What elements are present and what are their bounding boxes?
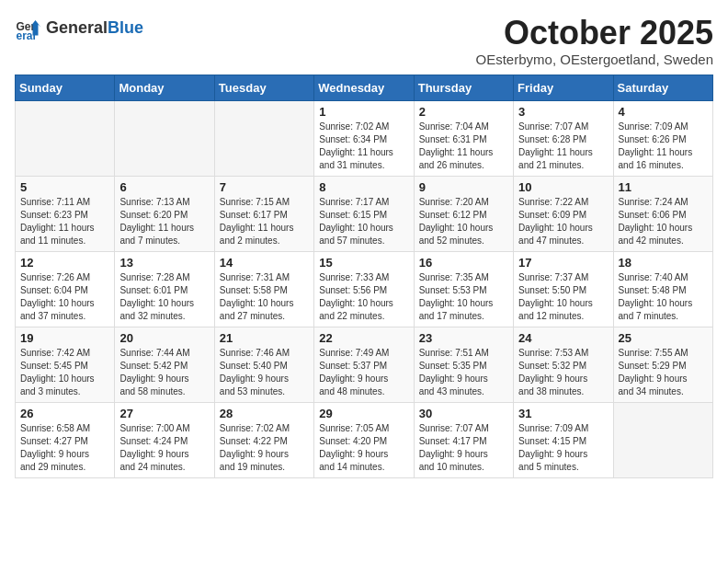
calendar-cell: 13Sunrise: 7:28 AM Sunset: 6:01 PM Dayli… [115, 251, 214, 327]
calendar-cell: 27Sunrise: 7:00 AM Sunset: 4:24 PM Dayli… [115, 402, 214, 477]
calendar: SundayMondayTuesdayWednesdayThursdayFrid… [15, 75, 713, 478]
calendar-week-row: 5Sunrise: 7:11 AM Sunset: 6:23 PM Daylig… [16, 176, 713, 251]
day-info: Sunrise: 7:46 AM Sunset: 5:40 PM Dayligh… [220, 347, 309, 398]
weekday-header: Tuesday [214, 75, 313, 100]
day-info: Sunrise: 7:51 AM Sunset: 5:35 PM Dayligh… [419, 347, 508, 398]
day-info: Sunrise: 7:49 AM Sunset: 5:37 PM Dayligh… [319, 347, 408, 398]
calendar-cell: 29Sunrise: 7:05 AM Sunset: 4:20 PM Dayli… [314, 402, 414, 477]
day-info: Sunrise: 7:20 AM Sunset: 6:12 PM Dayligh… [419, 196, 508, 247]
logo-blue: Blue [108, 18, 143, 37]
day-number: 12 [20, 256, 109, 270]
calendar-cell: 1Sunrise: 7:02 AM Sunset: 6:34 PM Daylig… [314, 100, 414, 176]
day-number: 10 [518, 180, 608, 194]
day-number: 14 [220, 256, 309, 270]
calendar-week-row: 1Sunrise: 7:02 AM Sunset: 6:34 PM Daylig… [16, 100, 713, 176]
day-info: Sunrise: 7:09 AM Sunset: 4:15 PM Dayligh… [518, 422, 608, 474]
calendar-cell: 28Sunrise: 7:02 AM Sunset: 4:22 PM Dayli… [214, 402, 313, 477]
day-number: 18 [619, 256, 708, 270]
calendar-header-row: SundayMondayTuesdayWednesdayThursdayFrid… [16, 75, 713, 100]
day-number: 13 [119, 256, 209, 270]
day-number: 26 [20, 407, 109, 420]
day-number: 20 [119, 331, 209, 345]
day-number: 8 [319, 180, 408, 194]
calendar-cell: 10Sunrise: 7:22 AM Sunset: 6:09 PM Dayli… [514, 176, 613, 251]
calendar-cell: 30Sunrise: 7:07 AM Sunset: 4:17 PM Dayli… [414, 402, 513, 477]
day-number: 5 [20, 180, 109, 194]
day-number: 6 [119, 180, 209, 194]
weekday-header: Wednesday [314, 75, 414, 100]
day-info: Sunrise: 7:11 AM Sunset: 6:23 PM Dayligh… [20, 196, 109, 247]
page-header: Gen eral GeneralBlue October 2025 OEster… [15, 15, 713, 67]
day-info: Sunrise: 7:00 AM Sunset: 4:24 PM Dayligh… [119, 422, 209, 474]
weekday-header: Friday [514, 75, 613, 100]
day-number: 7 [220, 180, 309, 194]
day-number: 23 [419, 331, 508, 345]
day-info: Sunrise: 7:55 AM Sunset: 5:29 PM Dayligh… [619, 347, 708, 398]
day-info: Sunrise: 7:53 AM Sunset: 5:32 PM Dayligh… [518, 347, 608, 398]
calendar-cell: 7Sunrise: 7:15 AM Sunset: 6:17 PM Daylig… [214, 176, 313, 251]
calendar-cell: 3Sunrise: 7:07 AM Sunset: 6:28 PM Daylig… [514, 100, 613, 176]
calendar-cell [613, 402, 712, 477]
day-number: 24 [518, 331, 608, 345]
day-number: 9 [419, 180, 508, 194]
calendar-cell: 19Sunrise: 7:42 AM Sunset: 5:45 PM Dayli… [16, 327, 115, 402]
day-number: 16 [419, 256, 508, 270]
calendar-cell: 25Sunrise: 7:55 AM Sunset: 5:29 PM Dayli… [613, 327, 712, 402]
day-info: Sunrise: 7:35 AM Sunset: 5:53 PM Dayligh… [419, 271, 508, 323]
title-area: October 2025 OEsterbymo, OEstergoetland,… [476, 15, 713, 67]
calendar-cell: 23Sunrise: 7:51 AM Sunset: 5:35 PM Dayli… [414, 327, 513, 402]
weekday-header: Thursday [414, 75, 513, 100]
day-info: Sunrise: 7:42 AM Sunset: 5:45 PM Dayligh… [20, 347, 109, 398]
day-number: 31 [518, 407, 608, 420]
day-info: Sunrise: 7:07 AM Sunset: 4:17 PM Dayligh… [419, 422, 508, 474]
calendar-cell: 8Sunrise: 7:17 AM Sunset: 6:15 PM Daylig… [314, 176, 414, 251]
calendar-cell: 21Sunrise: 7:46 AM Sunset: 5:40 PM Dayli… [214, 327, 313, 402]
day-number: 11 [619, 180, 708, 194]
calendar-cell: 6Sunrise: 7:13 AM Sunset: 6:20 PM Daylig… [115, 176, 214, 251]
calendar-cell: 2Sunrise: 7:04 AM Sunset: 6:31 PM Daylig… [414, 100, 513, 176]
day-info: Sunrise: 7:26 AM Sunset: 6:04 PM Dayligh… [20, 271, 109, 323]
location-title: OEsterbymo, OEstergoetland, Sweden [476, 52, 713, 67]
day-info: Sunrise: 7:02 AM Sunset: 6:34 PM Dayligh… [319, 121, 408, 172]
calendar-cell: 20Sunrise: 7:44 AM Sunset: 5:42 PM Dayli… [115, 327, 214, 402]
logo: Gen eral GeneralBlue [15, 15, 143, 42]
day-number: 4 [619, 105, 708, 119]
day-number: 17 [518, 256, 608, 270]
day-info: Sunrise: 7:33 AM Sunset: 5:56 PM Dayligh… [319, 271, 408, 323]
calendar-cell: 12Sunrise: 7:26 AM Sunset: 6:04 PM Dayli… [16, 251, 115, 327]
day-info: Sunrise: 7:22 AM Sunset: 6:09 PM Dayligh… [518, 196, 608, 247]
calendar-cell [214, 100, 313, 176]
day-info: Sunrise: 7:13 AM Sunset: 6:20 PM Dayligh… [119, 196, 209, 247]
calendar-cell: 17Sunrise: 7:37 AM Sunset: 5:50 PM Dayli… [514, 251, 613, 327]
day-info: Sunrise: 7:02 AM Sunset: 4:22 PM Dayligh… [220, 422, 309, 474]
calendar-cell: 24Sunrise: 7:53 AM Sunset: 5:32 PM Dayli… [514, 327, 613, 402]
day-number: 30 [419, 407, 508, 420]
calendar-cell: 5Sunrise: 7:11 AM Sunset: 6:23 PM Daylig… [16, 176, 115, 251]
calendar-week-row: 19Sunrise: 7:42 AM Sunset: 5:45 PM Dayli… [16, 327, 713, 402]
day-info: Sunrise: 7:28 AM Sunset: 6:01 PM Dayligh… [119, 271, 209, 323]
day-info: Sunrise: 7:37 AM Sunset: 5:50 PM Dayligh… [518, 271, 608, 323]
calendar-cell [115, 100, 214, 176]
day-info: Sunrise: 7:31 AM Sunset: 5:58 PM Dayligh… [220, 271, 309, 323]
calendar-cell: 16Sunrise: 7:35 AM Sunset: 5:53 PM Dayli… [414, 251, 513, 327]
calendar-cell: 4Sunrise: 7:09 AM Sunset: 6:26 PM Daylig… [613, 100, 712, 176]
day-number: 22 [319, 331, 408, 345]
calendar-cell: 31Sunrise: 7:09 AM Sunset: 4:15 PM Dayli… [514, 402, 613, 477]
logo-text: GeneralBlue [46, 19, 143, 38]
calendar-cell: 14Sunrise: 7:31 AM Sunset: 5:58 PM Dayli… [214, 251, 313, 327]
logo-icon: Gen eral [15, 15, 42, 42]
calendar-cell: 11Sunrise: 7:24 AM Sunset: 6:06 PM Dayli… [613, 176, 712, 251]
calendar-week-row: 26Sunrise: 6:58 AM Sunset: 4:27 PM Dayli… [16, 402, 713, 477]
day-info: Sunrise: 7:24 AM Sunset: 6:06 PM Dayligh… [619, 196, 708, 247]
calendar-cell: 22Sunrise: 7:49 AM Sunset: 5:37 PM Dayli… [314, 327, 414, 402]
day-number: 29 [319, 407, 408, 420]
weekday-header: Sunday [16, 75, 115, 100]
calendar-cell: 15Sunrise: 7:33 AM Sunset: 5:56 PM Dayli… [314, 251, 414, 327]
day-number: 21 [220, 331, 309, 345]
calendar-cell [16, 100, 115, 176]
day-number: 19 [20, 331, 109, 345]
day-info: Sunrise: 7:04 AM Sunset: 6:31 PM Dayligh… [419, 121, 508, 172]
day-info: Sunrise: 7:15 AM Sunset: 6:17 PM Dayligh… [220, 196, 309, 247]
month-title: October 2025 [476, 15, 713, 52]
logo-general: General [46, 18, 108, 37]
